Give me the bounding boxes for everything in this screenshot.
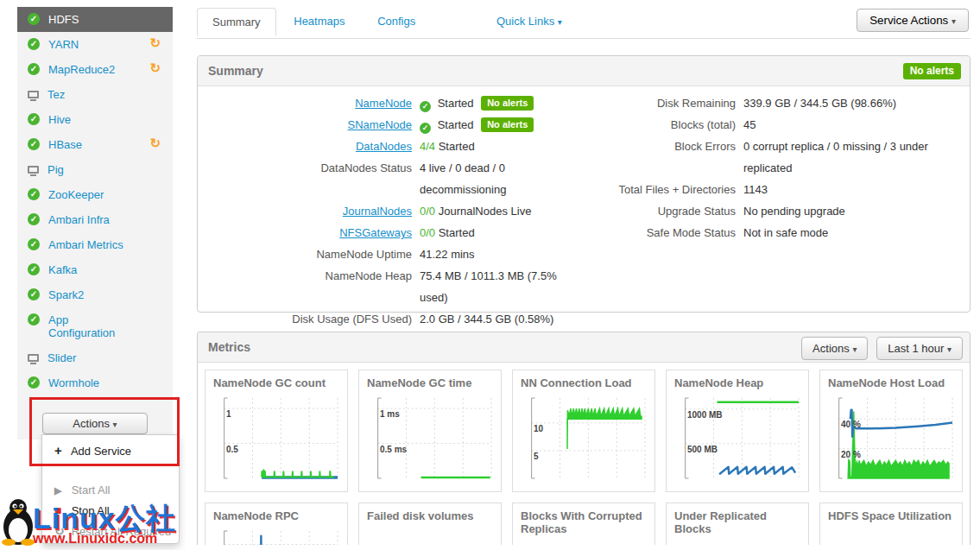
sidebar-service-item[interactable]: ✓ Wormhole ↻: [17, 370, 173, 395]
sidebar-service-item[interactable]: ✓ Ambari Metrics ↻: [17, 232, 173, 257]
metric-card[interactable]: Under Replicated Blocks: [666, 503, 809, 545]
metric-card[interactable]: NameNode GC count 10.5: [205, 370, 348, 492]
value-text: JournalNodes Live: [439, 205, 532, 218]
service-actions-button[interactable]: Service Actions ▾: [857, 9, 969, 32]
service-name[interactable]: MapReduce2: [48, 63, 115, 76]
service-name[interactable]: Slider: [47, 351, 76, 364]
sidebar-service-item[interactable]: ✓ Ambari Infra ↻: [17, 207, 173, 232]
sidebar-service-item[interactable]: ✓ Tez ↻: [17, 82, 173, 107]
summary-row-label[interactable]: JournalNodes: [198, 200, 420, 222]
sidebar-service-item[interactable]: ✓ Kafka ↻: [17, 257, 173, 282]
chart-tick-label: 10: [534, 425, 543, 433]
metric-card[interactable]: Blocks With Corrupted Replicas: [512, 503, 655, 545]
metric-card[interactable]: NameNode Host Load 40 %20 %: [819, 370, 963, 492]
summary-row-label[interactable]: DataNodes: [198, 136, 420, 157]
metric-card[interactable]: Failed disk volumes: [358, 503, 502, 545]
metric-card-title: NameNode RPC: [213, 509, 339, 522]
actions-menu-item[interactable]: Add Service: [42, 439, 179, 461]
sidebar-service-item[interactable]: ✓ MapReduce2 ↻: [17, 57, 173, 82]
metric-card[interactable]: NN Connection Load 105: [512, 370, 655, 492]
summary-row-label: NameNode Uptime: [198, 243, 420, 265]
value-count-green: 4/4: [420, 140, 435, 153]
no-alerts-badge: No alerts: [903, 63, 961, 79]
summary-row-label: Block Errors: [579, 136, 743, 179]
metric-card[interactable]: NameNode GC time 1 ms0.5 ms: [358, 370, 502, 492]
metric-card-title: NameNode Host Load: [828, 376, 954, 389]
service-name[interactable]: HBase: [48, 138, 82, 151]
metrics-panel-header: Metrics Actions ▾ Last 1 hour ▾: [198, 332, 970, 363]
metric-card-title: Under Replicated Blocks: [674, 509, 800, 535]
service-name[interactable]: Hive: [48, 113, 71, 126]
tab-heatmaps[interactable]: Heatmaps: [279, 8, 359, 35]
metric-chart: 1 ms0.5 ms: [367, 395, 493, 481]
summary-row: Total Files + Directories ✓ 1143: [579, 179, 961, 200]
restart-required-icon: ↻: [149, 35, 161, 51]
no-alerts-badge: No alerts: [481, 117, 534, 132]
service-name[interactable]: Ambari Metrics: [48, 238, 123, 251]
summary-row: Blocks (total) ✓ 45: [579, 114, 961, 136]
service-started-icon: ✓: [28, 288, 40, 300]
summary-panel-title: Summary: [208, 64, 263, 78]
summary-panel-header: Summary No alerts: [198, 56, 970, 86]
service-name[interactable]: Tez: [47, 88, 65, 101]
quick-links-dropdown[interactable]: Quick Links ▾: [496, 15, 562, 28]
metric-card[interactable]: NameNode Heap 1000 MB500 MB: [666, 370, 809, 492]
summary-row-label[interactable]: NFSGateways: [198, 222, 420, 243]
service-started-icon: ✓: [28, 13, 40, 25]
metric-chart: 105: [521, 395, 647, 481]
sidebar-service-item[interactable]: ✓ Hive ↻: [17, 107, 173, 132]
summary-row-value: ✓ Started No alerts: [420, 92, 534, 114]
watermark-url: www.Linuxidc.com: [33, 531, 176, 546]
client-service-icon: [28, 354, 39, 362]
menu-item-icon: [54, 484, 68, 496]
service-started-icon: ✓: [28, 313, 40, 326]
metric-card[interactable]: NameNode RPC 20 ms: [205, 503, 348, 545]
sidebar-service-item[interactable]: ✓ App Configuration ↻: [17, 307, 173, 345]
metric-card-title: Blocks With Corrupted Replicas: [521, 509, 647, 535]
tab-configs[interactable]: Configs: [363, 8, 430, 35]
service-name[interactable]: Spark2: [48, 288, 84, 301]
summary-row-value: ✓ 1143: [743, 179, 768, 200]
summary-row-label: Upgrade Status: [579, 200, 743, 222]
service-name[interactable]: Wormhole: [48, 376, 99, 389]
summary-row-value: ✓ 2.0 GB / 344.5 GB (0.58%): [420, 308, 553, 330]
metric-card-title: NameNode GC time: [367, 376, 493, 389]
sidebar-service-item[interactable]: ✓ Slider ↻: [17, 345, 173, 370]
metric-chart: 1000 MB500 MB: [674, 395, 800, 481]
value-count-green: 0/0: [420, 205, 435, 218]
sidebar-service-item[interactable]: ✓ Pig ↻: [17, 157, 173, 182]
summary-row: NameNode ✓ Started No alerts: [198, 92, 579, 114]
service-name[interactable]: App Configuration: [48, 313, 135, 339]
client-service-icon: [28, 91, 39, 98]
sidebar-service-item[interactable]: ✓ HBase ↻: [17, 132, 173, 157]
service-name[interactable]: YARN: [48, 38, 79, 51]
sidebar-service-item[interactable]: ✓ HDFS ↻: [17, 7, 173, 32]
metric-card[interactable]: HDFS Space Utilization: [819, 503, 963, 545]
summary-row: DataNodes ✓4/4 Started: [198, 136, 579, 157]
metrics-timerange-button[interactable]: Last 1 hour ▾: [876, 337, 963, 360]
sidebar-service-item[interactable]: ✓ Spark2 ↻: [17, 282, 173, 307]
metrics-actions-button[interactable]: Actions ▾: [801, 337, 868, 360]
service-name[interactable]: ZooKeeper: [48, 188, 104, 201]
sidebar-service-item[interactable]: ✓ ZooKeeper ↻: [17, 182, 173, 207]
caret-down-icon: ▾: [113, 420, 117, 429]
summary-row-label: NameNode Heap: [198, 265, 420, 308]
started-status-icon: ✓: [420, 101, 431, 112]
service-name[interactable]: Ambari Infra: [48, 213, 110, 226]
summary-row-label[interactable]: NameNode: [198, 92, 420, 114]
menu-item-label: Start All: [72, 484, 111, 496]
summary-row-label: DataNodes Status: [198, 157, 420, 200]
metric-chart: 40 %20 %: [828, 395, 954, 481]
summary-row-label[interactable]: SNameNode: [198, 114, 420, 136]
chart-tick-label: 5: [534, 452, 539, 461]
summary-row: JournalNodes ✓0/0 JournalNodes Live: [198, 200, 579, 222]
service-name[interactable]: Kafka: [48, 263, 77, 276]
service-name[interactable]: HDFS: [48, 13, 79, 26]
sidebar-actions-button[interactable]: Actions ▾: [42, 413, 148, 434]
sidebar-service-item[interactable]: ✓ YARN ↻: [17, 32, 173, 57]
service-name[interactable]: Pig: [47, 163, 64, 176]
tab-summary[interactable]: Summary: [197, 8, 276, 36]
chart-tick-label: 0.5 ms: [380, 446, 407, 454]
value-text: Started: [438, 118, 474, 131]
summary-row-value: ✓ Started No alerts: [420, 114, 534, 136]
